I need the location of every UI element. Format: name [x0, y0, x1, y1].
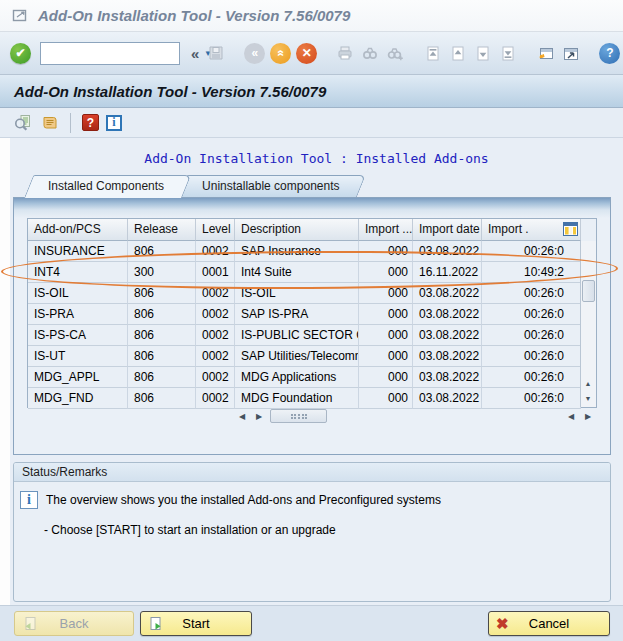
- table-row-IS-UT[interactable]: IS-UT8060002SAP Utilities/Telecomm...000…: [28, 346, 581, 367]
- cell[interactable]: 00:26:0: [482, 241, 581, 262]
- cell[interactable]: IS-PRA: [28, 304, 128, 325]
- page-up-icon[interactable]: [448, 43, 468, 63]
- scroll-down-icon[interactable]: ▼: [581, 392, 595, 406]
- cell[interactable]: IS-PUBLIC SECTOR CON..: [235, 325, 359, 346]
- information-icon[interactable]: i: [106, 115, 122, 131]
- find-next-icon[interactable]: [385, 43, 405, 63]
- cell[interactable]: SAP IS-PRA: [235, 304, 359, 325]
- cell[interactable]: IS-PS-CA: [28, 325, 128, 346]
- show-log-icon[interactable]: [39, 113, 59, 133]
- start-button[interactable]: Start: [140, 611, 252, 636]
- new-session-icon[interactable]: [536, 43, 556, 63]
- find-icon[interactable]: [360, 43, 380, 63]
- hscroll-left2-icon[interactable]: ◀: [563, 410, 579, 424]
- cell[interactable]: 806: [128, 388, 196, 409]
- cell[interactable]: SAP Insurance: [235, 241, 359, 262]
- help-icon[interactable]: ?: [599, 43, 620, 64]
- cell[interactable]: 00:26:0: [482, 283, 581, 304]
- cell[interactable]: 000: [359, 367, 413, 388]
- back-button[interactable]: Back: [14, 611, 134, 636]
- cell[interactable]: 806: [128, 325, 196, 346]
- column-header[interactable]: Import date: [413, 219, 482, 241]
- cell[interactable]: 03.08.2022: [413, 346, 482, 367]
- cell[interactable]: 806: [128, 241, 196, 262]
- table-row-INSURANCE[interactable]: INSURANCE8060002SAP Insurance00003.08.20…: [28, 241, 581, 262]
- cell[interactable]: MDG_FND: [28, 388, 128, 409]
- cancel-button[interactable]: ✖ Cancel: [488, 611, 610, 636]
- cell[interactable]: 0002: [196, 388, 235, 409]
- cell[interactable]: 000: [359, 283, 413, 304]
- cell[interactable]: 0002: [196, 367, 235, 388]
- help-book-icon[interactable]: ?: [82, 114, 99, 131]
- cell[interactable]: MDG Foundation: [235, 388, 359, 409]
- collapse-icon[interactable]: «: [189, 45, 201, 62]
- enter-icon[interactable]: ✔: [10, 43, 31, 64]
- cell[interactable]: 000: [359, 262, 413, 283]
- cell[interactable]: 806: [128, 346, 196, 367]
- cell[interactable]: INSURANCE: [28, 241, 128, 262]
- horizontal-scrollbar-thumb[interactable]: [270, 409, 327, 423]
- cancel-icon[interactable]: ✕: [296, 43, 317, 64]
- cell[interactable]: 03.08.2022: [413, 367, 482, 388]
- tab-uninstallable-components[interactable]: Uninstallable components: [178, 175, 357, 197]
- cell[interactable]: 03.08.2022: [413, 304, 482, 325]
- exit-icon[interactable]: «: [270, 43, 291, 64]
- cell[interactable]: INT4: [28, 262, 128, 283]
- table-row-IS-PRA[interactable]: IS-PRA8060002SAP IS-PRA00003.08.202200:2…: [28, 304, 581, 325]
- cell[interactable]: 000: [359, 325, 413, 346]
- scroll-up-icon[interactable]: ▲: [581, 377, 595, 391]
- cell[interactable]: 0002: [196, 346, 235, 367]
- table-row-INT4[interactable]: INT43000001Int4 Suite00016.11.202210:49:…: [28, 262, 581, 283]
- column-header[interactable]: Add-on/PCS: [28, 219, 128, 241]
- cell[interactable]: 03.08.2022: [413, 325, 482, 346]
- table-configuration-icon[interactable]: [563, 222, 578, 239]
- cell[interactable]: 03.08.2022: [413, 283, 482, 304]
- table-row-IS-PS-CA[interactable]: IS-PS-CA8060002IS-PUBLIC SECTOR CON..000…: [28, 325, 581, 346]
- cell[interactable]: 000: [359, 241, 413, 262]
- cell[interactable]: 0002: [196, 304, 235, 325]
- column-header[interactable]: Level: [196, 219, 235, 241]
- save-icon[interactable]: [206, 43, 226, 63]
- print-icon[interactable]: [335, 43, 355, 63]
- cell[interactable]: 300: [128, 262, 196, 283]
- column-header[interactable]: Import ...: [359, 219, 413, 241]
- cell[interactable]: 00:26:0: [482, 346, 581, 367]
- tab-installed-components[interactable]: Installed Components: [24, 175, 182, 197]
- cell[interactable]: 00:26:0: [482, 304, 581, 325]
- cell[interactable]: 16.11.2022: [413, 262, 482, 283]
- cell[interactable]: 000: [359, 346, 413, 367]
- cell[interactable]: 03.08.2022: [413, 388, 482, 409]
- cell[interactable]: 0002: [196, 241, 235, 262]
- cell[interactable]: MDG Applications: [235, 367, 359, 388]
- cell[interactable]: IS-UT: [28, 346, 128, 367]
- table-row-MDG_FND[interactable]: MDG_FND8060002MDG Foundation00003.08.202…: [28, 388, 581, 409]
- display-overview-icon[interactable]: [12, 113, 32, 133]
- cell[interactable]: SAP Utilities/Telecomm...: [235, 346, 359, 367]
- back-icon[interactable]: «: [244, 43, 265, 64]
- hscroll-left-icon[interactable]: ◀: [234, 410, 250, 424]
- column-header[interactable]: Release: [128, 219, 196, 241]
- scroll-to-bottom-icon[interactable]: [498, 43, 518, 63]
- hscroll-right-icon[interactable]: ▶: [251, 410, 267, 424]
- cell[interactable]: 000: [359, 388, 413, 409]
- cell[interactable]: IS-OIL: [235, 283, 359, 304]
- cell[interactable]: MDG_APPL: [28, 367, 128, 388]
- table-row-IS-OIL[interactable]: IS-OIL8060002IS-OIL00003.08.202200:26:0: [28, 283, 581, 304]
- hscroll-right2-icon[interactable]: ▶: [580, 410, 596, 424]
- cell[interactable]: Int4 Suite: [235, 262, 359, 283]
- scroll-to-top-icon[interactable]: [423, 43, 443, 63]
- page-down-icon[interactable]: [473, 43, 493, 63]
- create-shortcut-icon[interactable]: [561, 43, 581, 63]
- cell[interactable]: 0002: [196, 325, 235, 346]
- vertical-scrollbar[interactable]: ▲ ▼: [580, 241, 596, 407]
- table-row-MDG_APPL[interactable]: MDG_APPL8060002MDG Applications00003.08.…: [28, 367, 581, 388]
- cell[interactable]: 00:26:0: [482, 325, 581, 346]
- cell[interactable]: 10:49:2: [482, 262, 581, 283]
- command-input[interactable]: [41, 43, 204, 64]
- cell[interactable]: 806: [128, 283, 196, 304]
- cell[interactable]: 000: [359, 304, 413, 325]
- cell[interactable]: 00:26:0: [482, 367, 581, 388]
- column-header[interactable]: Description: [235, 219, 359, 241]
- cell[interactable]: 806: [128, 367, 196, 388]
- cell[interactable]: 806: [128, 304, 196, 325]
